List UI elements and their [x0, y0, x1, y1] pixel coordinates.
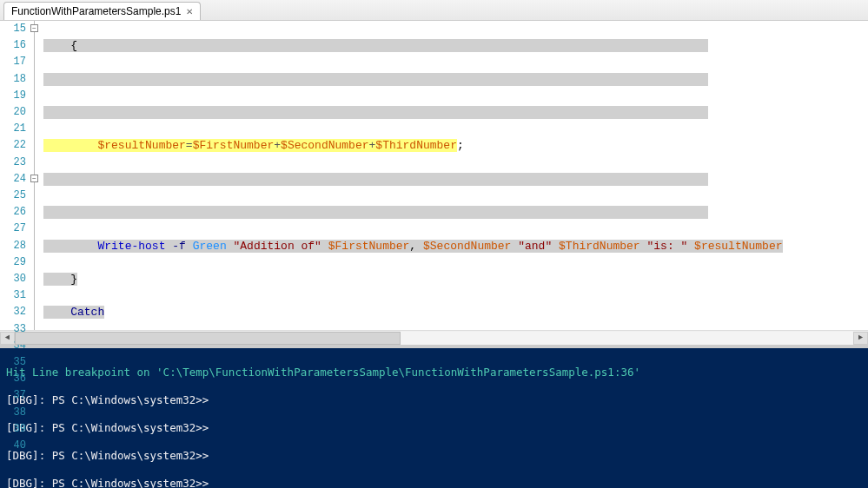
scrollbar-track[interactable] [15, 332, 853, 345]
console-line: Hit Line breakpoint on 'C:\Temp\Function… [6, 366, 862, 379]
console-line: [DBG]: PS C:\Windows\system32>> [6, 421, 862, 435]
line-number: 28 [0, 238, 26, 254]
horizontal-scrollbar[interactable]: ◄ ► [0, 330, 868, 345]
console-line: [DBG]: PS C:\Windows\system32>> [6, 477, 862, 488]
line-number: 16 [0, 37, 26, 54]
line-number: 37 [0, 387, 26, 404]
tab-bar: FunctionWithParametersSample.ps1 ✕ [0, 0, 868, 21]
console-line: [DBG]: PS C:\Windows\system32>> [6, 393, 862, 407]
file-tab[interactable]: FunctionWithParametersSample.ps1 ✕ [3, 2, 201, 20]
line-number: 25 [0, 188, 26, 204]
close-icon[interactable]: ✕ [186, 7, 193, 16]
fold-toggle-icon[interactable]: − [30, 175, 38, 182]
line-number: 35 [0, 354, 26, 371]
line-number: 29 [0, 254, 26, 271]
code-content[interactable]: { [43, 21, 868, 330]
line-number: 36 [0, 371, 26, 387]
line-number: 26 [0, 204, 26, 221]
line-number: 24 [0, 171, 26, 188]
scrollbar-thumb[interactable] [15, 332, 401, 345]
line-number: 39 [0, 421, 26, 438]
line-number: 32 [0, 304, 26, 320]
console-pane[interactable]: Hit Line breakpoint on 'C:\Temp\Function… [0, 348, 868, 488]
line-number: 18 [0, 71, 26, 88]
code-editor[interactable]: 15 16 17 18 19 20 21 22 23 24 25 26 27 2… [0, 21, 868, 330]
line-number: 19 [0, 88, 26, 104]
line-number: 23 [0, 155, 26, 171]
line-number: 22 [0, 137, 26, 154]
line-number: 15 [0, 21, 26, 37]
line-number: 31 [0, 287, 26, 304]
line-number: 27 [0, 221, 26, 237]
line-number: 21 [0, 121, 26, 137]
line-number: 40 [0, 438, 26, 454]
line-number: 17 [0, 54, 26, 70]
line-number: 20 [0, 104, 26, 121]
line-number: 38 [0, 405, 26, 421]
console-line: [DBG]: PS C:\Windows\system32>> [6, 449, 862, 463]
fold-toggle-icon[interactable]: − [30, 24, 38, 32]
tab-title: FunctionWithParametersSample.ps1 [11, 5, 181, 17]
line-number-gutter: 15 16 17 18 19 20 21 22 23 24 25 26 27 2… [0, 21, 31, 330]
fold-column: − − [31, 21, 43, 330]
scroll-right-icon[interactable]: ► [853, 332, 868, 345]
line-number: 30 [0, 271, 26, 287]
